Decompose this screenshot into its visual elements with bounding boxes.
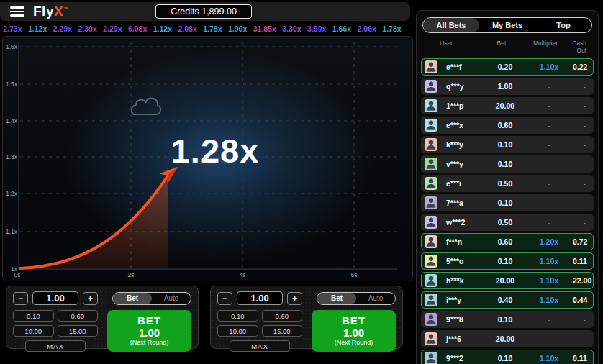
tab-my-bets[interactable]: My Bets: [479, 18, 535, 32]
history-multiplier[interactable]: 1.78x: [382, 24, 401, 33]
bet-amount-field[interactable]: 1.00: [237, 291, 283, 305]
user-avatar-icon: [425, 158, 437, 170]
auto-mode-tab[interactable]: Auto: [356, 293, 395, 304]
cell-user: q***y: [443, 82, 485, 91]
history-multiplier[interactable]: 31.85x: [253, 24, 276, 33]
user-avatar-icon: [425, 99, 437, 112]
cell-cash: -: [573, 140, 593, 149]
increase-bet-button[interactable]: +: [83, 292, 98, 305]
history-multiplier[interactable]: 6.08x: [128, 24, 147, 33]
user-avatar-icon: [425, 196, 437, 209]
history-multiplier[interactable]: 2.29x: [103, 24, 122, 33]
history-multiplier[interactable]: 2.39x: [78, 24, 96, 33]
quick-bet-button[interactable]: 0.10: [13, 310, 54, 322]
bet-row: 1***p20.00--: [421, 97, 594, 114]
cell-mult: -: [525, 82, 573, 91]
cell-mult: 1.10x: [525, 296, 573, 304]
x-axis-tick: 2s: [122, 271, 140, 278]
cell-bet: 0.10: [485, 257, 525, 265]
cell-bet: 0.40: [485, 296, 525, 304]
max-bet-button[interactable]: MAX: [230, 340, 290, 352]
history-multiplier[interactable]: 1.90x: [228, 24, 247, 33]
cell-mult: 1.20x: [525, 237, 573, 246]
cell-mult: -: [525, 335, 573, 343]
tab-top[interactable]: Top: [535, 18, 591, 32]
bet-mode-tab[interactable]: Bet: [113, 293, 152, 304]
auto-mode-tab[interactable]: Auto: [152, 293, 191, 304]
cell-mult: -: [525, 101, 573, 110]
y-axis-tick: 1.4x: [4, 117, 17, 124]
max-bet-button[interactable]: MAX: [25, 340, 86, 352]
cell-bet: 0.60: [485, 237, 525, 246]
quick-bet-button[interactable]: 10.00: [217, 325, 258, 337]
bet-row: q***y1.00--: [421, 78, 594, 95]
cell-cash: -: [573, 315, 593, 324]
user-avatar-icon: [425, 332, 437, 345]
cell-cash: -: [573, 199, 593, 207]
cell-bet: 0.10: [485, 315, 525, 324]
quick-bet-button[interactable]: 0.60: [262, 310, 303, 322]
bet-amount-field[interactable]: 1.00: [32, 291, 78, 305]
cell-bet: 0.60: [485, 121, 525, 129]
cell-user: 5***o: [443, 257, 485, 265]
decrease-bet-button[interactable]: −: [13, 292, 28, 305]
cell-mult: 1.10x: [525, 63, 573, 71]
history-multiplier[interactable]: 2.73x: [3, 24, 22, 33]
user-avatar-icon: [425, 255, 437, 268]
cell-bet: 0.10: [485, 160, 525, 168]
user-avatar-icon: [425, 80, 437, 93]
history-multiplier[interactable]: 1.12x: [28, 24, 47, 33]
cell-cash: 0.72: [573, 237, 594, 246]
logo-x: X: [54, 4, 63, 19]
bet-mode-tab[interactable]: Bet: [317, 293, 356, 304]
user-avatar-icon: [425, 235, 437, 248]
history-multiplier[interactable]: 1.12x: [153, 24, 172, 33]
bet-row: k***y0.10--: [421, 136, 594, 153]
cell-cash: -: [573, 218, 593, 227]
game-chart: 1.28x 1.6x1.5x1.4x1.3x1.2x1.1x1x0s2s4s6s: [2, 36, 413, 281]
cell-user: j***6: [443, 335, 485, 343]
cell-user: e***f: [443, 63, 485, 71]
cell-cash: -: [573, 160, 593, 168]
history-multiplier[interactable]: 2.08x: [178, 24, 196, 33]
increase-bet-button[interactable]: +: [287, 292, 302, 305]
cell-user: w***2: [443, 218, 485, 227]
y-axis-tick: 1.1x: [4, 228, 17, 235]
table-header: UserBetMultiplierCash Out: [421, 40, 594, 54]
history-multiplier[interactable]: 1.66x: [332, 24, 351, 33]
quick-bet-button[interactable]: 0.10: [217, 310, 258, 322]
bet-button-label: BET: [342, 314, 366, 327]
bet-mode-toggle: Bet Auto: [112, 292, 191, 305]
place-bet-button[interactable]: BET 1.00 (Next Round): [107, 310, 191, 352]
quick-bet-button[interactable]: 15.00: [262, 325, 303, 337]
quick-bet-button[interactable]: 10.00: [13, 325, 54, 337]
cell-cash: 22.00: [573, 276, 599, 285]
bet-row: 9***20.101.10x0.11: [421, 350, 594, 364]
cell-bet: 0.10: [485, 199, 525, 207]
place-bet-button[interactable]: BET 1.00 (Next Round): [312, 310, 396, 352]
history-multiplier[interactable]: 2.29x: [53, 24, 72, 33]
history-multiplier[interactable]: 3.59x: [307, 24, 326, 33]
cell-user: f***n: [443, 237, 485, 246]
bet-button-round: (Next Round): [130, 339, 169, 347]
quick-bet-button[interactable]: 15.00: [58, 325, 99, 337]
cell-mult: -: [525, 179, 573, 188]
history-multiplier[interactable]: 3.30x: [282, 24, 301, 33]
cell-bet: 1.00: [485, 82, 525, 91]
y-axis-tick: 1.6x: [4, 43, 17, 50]
history-multiplier[interactable]: 2.06x: [358, 24, 376, 33]
bets-sidebar: All BetsMy BetsTop UserBetMultiplierCash…: [416, 10, 599, 364]
bet-row: w***20.50--: [421, 214, 594, 231]
multiplier-history: 2.73x1.12x2.29x2.39x2.29x6.08x1.12x2.08x…: [0, 23, 404, 34]
bet-row: h***k20.001.10x22.00: [421, 272, 594, 289]
tab-all-bets[interactable]: All Bets: [423, 18, 479, 32]
menu-icon[interactable]: [10, 6, 24, 17]
history-multiplier[interactable]: 1.78x: [203, 24, 222, 33]
bet-row: v***y0.10--: [421, 155, 594, 173]
bet-row: f***n0.601.20x0.72: [421, 233, 594, 250]
bet-row: e***i0.50--: [421, 175, 594, 192]
decrease-bet-button[interactable]: −: [217, 292, 232, 305]
quick-bet-button[interactable]: 0.60: [58, 310, 99, 322]
cell-cash: 0.22: [573, 63, 594, 71]
bet-row: 7***a0.10--: [421, 194, 594, 211]
